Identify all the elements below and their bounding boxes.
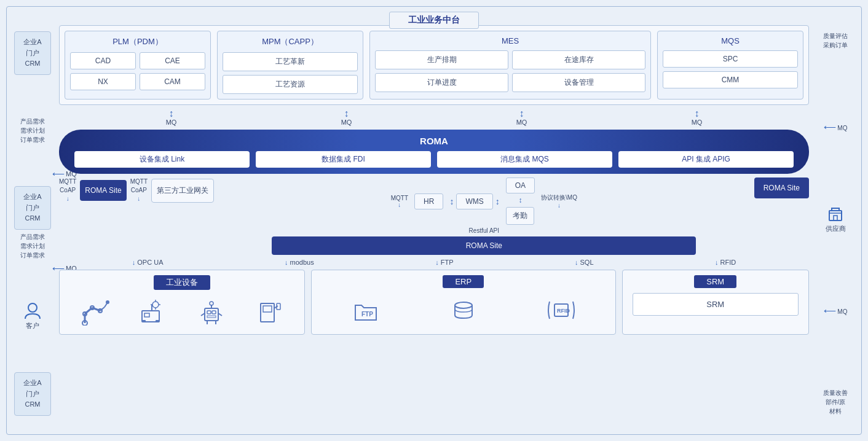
mqs-spc: SPC xyxy=(663,50,798,68)
protocol-convert: 协议转换\MQ↓ xyxy=(541,193,577,209)
restful-label: Restful API xyxy=(469,227,499,234)
hr-box: HR xyxy=(414,193,443,209)
mqtt-label: MQTT↓ xyxy=(391,195,408,208)
mes-box: MES 生产排期 在途库存 订单进度 设备管理 xyxy=(369,31,651,100)
mq-4: ↕ MQ xyxy=(692,109,703,126)
wms-box: WMS xyxy=(456,193,492,209)
main-container: 工业业务中台 企业A门户CRM 产品需求需求计划订单需求 企业A门户CRM 产品… xyxy=(0,0,868,441)
customer-label: 客户 xyxy=(26,321,39,330)
industrial-icons xyxy=(65,295,299,329)
mpm-box: MPM（CAPP） 工艺革新 工艺资源 xyxy=(217,31,363,100)
right-label-bottom: 质量改善部件/原材料 xyxy=(823,388,848,416)
robot-icon xyxy=(196,299,227,326)
rfid-icon: RFID xyxy=(546,297,577,324)
industrial-title-wrap: 工业设备 xyxy=(65,275,299,290)
roma-site-3: ROMA Site xyxy=(754,178,809,198)
svg-rect-24 xyxy=(207,311,211,314)
roma-services: 设备集成 Link 数据集成 FDI 消息集成 MQS API 集成 APIG xyxy=(74,151,794,168)
roma-service-3: 消息集成 MQS xyxy=(437,151,612,168)
left-panel-3: 企业A门户CRM xyxy=(14,372,51,416)
left-panel-1: 企业A门户CRM xyxy=(14,31,51,75)
mes-item4: 设备管理 xyxy=(512,73,645,92)
erp-title: ERP xyxy=(443,275,484,288)
middle-right-group: ROMA Site xyxy=(754,178,809,198)
left-panel-2: 企业A门户CRM xyxy=(14,186,51,230)
plm-box: PLM（PDM） CAD CAE NX CAM xyxy=(65,31,211,100)
svg-point-0 xyxy=(28,303,37,312)
right-mq-bottom: ⟵ MQ xyxy=(824,306,848,316)
mes-item3: 订单进度 xyxy=(375,73,508,92)
svg-rect-23 xyxy=(205,308,218,321)
mq-2: ↕ MQ xyxy=(341,109,352,126)
svg-point-16 xyxy=(152,302,159,308)
svg-text:RFID: RFID xyxy=(557,308,570,314)
mpm-item2: 工艺资源 xyxy=(223,75,358,94)
oa-box: OA xyxy=(506,178,535,193)
plm-grid: CAD CAE NX CAM xyxy=(70,52,205,90)
bottom-section: 工业设备 xyxy=(59,270,809,335)
ftp-label: ↓ FTP xyxy=(435,259,453,266)
svg-rect-21 xyxy=(156,320,159,322)
left-label-1: 产品需求需求计划订单需求 xyxy=(20,117,45,144)
erp-title-wrap: ERP xyxy=(317,275,610,288)
kaoqin-box: 考勤 xyxy=(506,207,534,225)
supplier-label: 供应商 xyxy=(826,224,846,233)
industrial-box: 工业设备 xyxy=(59,270,305,335)
pump-icon xyxy=(254,299,285,326)
svg-text:FTP: FTP xyxy=(361,311,373,318)
customer-section: 客户 xyxy=(23,302,42,330)
middle-center-top: MQTT↓ HR ↕ WMS ↕ OA ↕ 考勤 协议转换\MQ↓ xyxy=(219,178,749,225)
mes-item2: 在途库存 xyxy=(512,50,645,69)
svg-rect-22 xyxy=(142,320,146,322)
mpm-item1: 工艺革新 xyxy=(223,52,358,71)
supplier-section: 供应商 xyxy=(826,205,846,233)
erp-icons: FTP RFID xyxy=(317,293,610,327)
left-customer-section: 企业A门户CRM 产品需求需求计划订单需求 xyxy=(14,186,51,260)
database-icon xyxy=(448,297,479,324)
mqs-grid: SPC CMM xyxy=(663,50,798,88)
industrial-title: 工业设备 xyxy=(154,275,210,290)
mqs-title: MQS xyxy=(663,36,798,45)
top-title: 工业业务中台 xyxy=(408,15,460,25)
mq-3: ↕ MQ xyxy=(516,109,527,126)
protocol-row: ↓ OPC UA ↓ modbus ↓ FTP ↓ SQL ↓ RFID xyxy=(59,257,809,267)
svg-rect-26 xyxy=(207,316,216,318)
svg-rect-14 xyxy=(144,313,149,317)
mes-grid: 生产排期 在途库存 订单进度 设备管理 xyxy=(375,50,645,92)
plm-nx: NX xyxy=(70,73,136,90)
machine-icon xyxy=(137,299,168,326)
plm-title: PLM（PDM） xyxy=(70,36,205,47)
plm-cad: CAD xyxy=(70,52,136,69)
right-panels: 质量评估采购订单 ⟵ MQ 供应商 ⟵ MQ 质量改善部件/原材料 xyxy=(815,25,856,422)
mes-title: MES xyxy=(375,36,645,45)
middle-left-group: MQTTCoAP↓ ROMA Site MQTTCoAP↓ 第三方工业网关 xyxy=(59,178,214,203)
main-content: PLM（PDM） CAD CAE NX CAM MPM（CAPP） 工艺革新 xyxy=(59,25,809,428)
roma-service-2: 数据集成 FDI xyxy=(256,151,431,168)
svg-line-11 xyxy=(105,303,107,307)
mpm-grid: 工艺革新 工艺资源 xyxy=(223,52,358,94)
left-panels: 企业A门户CRM 产品需求需求计划订单需求 企业A门户CRM 产品需求需求计划订… xyxy=(12,25,53,422)
svg-rect-25 xyxy=(212,311,216,314)
sql-label: ↓ SQL xyxy=(575,259,594,266)
mes-item1: 生产排期 xyxy=(375,50,508,69)
roma-site-1: ROMA Site xyxy=(80,180,126,201)
roma-service-1: 设备集成 Link xyxy=(74,151,250,168)
customer-icon xyxy=(23,302,42,321)
mqtt-coap-2: MQTTCoAP↓ xyxy=(130,178,148,203)
supplier-icon xyxy=(826,205,845,224)
svg-point-12 xyxy=(106,300,109,304)
mqs-cmm: CMM xyxy=(663,71,798,88)
mq-1: ↕ MQ xyxy=(166,109,177,126)
wms-section: ↕ WMS ↕ xyxy=(449,193,499,209)
roma-site-2: ROMA Site xyxy=(272,236,696,255)
plm-cae: CAE xyxy=(140,52,205,69)
ftp-icon: FTP xyxy=(350,297,381,324)
rfid-label: ↓ RFID xyxy=(715,259,736,266)
svg-point-39 xyxy=(455,302,472,308)
srm-box: SRM SRM xyxy=(622,270,810,335)
right-mq-top: ⟵ MQ xyxy=(824,122,848,132)
roma-title: ROMA xyxy=(74,136,794,146)
top-title-bar: 工业业务中台 xyxy=(389,12,479,29)
mqtt-coap-1: MQTTCoAP↓ xyxy=(59,178,76,203)
plm-cam: CAM xyxy=(140,73,205,90)
